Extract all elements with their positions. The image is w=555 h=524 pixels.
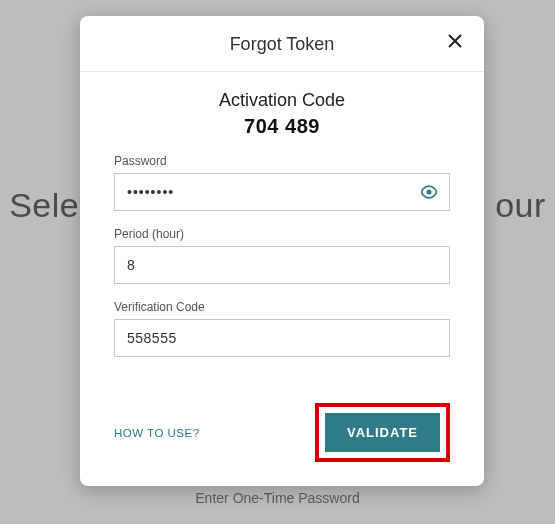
password-label: Password: [114, 154, 450, 168]
period-input[interactable]: [115, 247, 449, 283]
how-to-use-link[interactable]: HOW TO USE?: [114, 427, 200, 439]
bg-heading-left: Sele: [9, 186, 79, 224]
verification-field: Verification Code: [114, 300, 450, 357]
background-subtext: Enter One-Time Password: [0, 490, 555, 506]
svg-point-2: [427, 190, 432, 195]
period-label: Period (hour): [114, 227, 450, 241]
modal-body: Activation Code 704 489 Password Period …: [80, 72, 484, 486]
period-input-wrap: [114, 246, 450, 284]
verification-label: Verification Code: [114, 300, 450, 314]
forgot-token-modal: Forgot Token Activation Code 704 489 Pas…: [80, 16, 484, 486]
period-field: Period (hour): [114, 227, 450, 284]
password-input-wrap: [114, 173, 450, 211]
validate-button[interactable]: VALIDATE: [325, 413, 440, 452]
activation-code-label: Activation Code: [114, 90, 450, 111]
verification-input[interactable]: [115, 320, 449, 356]
bg-heading-right: our: [495, 186, 546, 224]
activation-code-value: 704 489: [114, 115, 450, 138]
toggle-password-visibility[interactable]: [419, 182, 439, 202]
close-button[interactable]: [444, 30, 466, 52]
validate-highlight: VALIDATE: [315, 403, 450, 462]
modal-footer: HOW TO USE? VALIDATE: [114, 403, 450, 486]
modal-title: Forgot Token: [80, 34, 484, 55]
close-icon: [447, 33, 463, 49]
verification-input-wrap: [114, 319, 450, 357]
password-field: Password: [114, 154, 450, 211]
password-input[interactable]: [115, 174, 449, 210]
modal-header: Forgot Token: [80, 16, 484, 72]
eye-icon: [419, 182, 439, 202]
